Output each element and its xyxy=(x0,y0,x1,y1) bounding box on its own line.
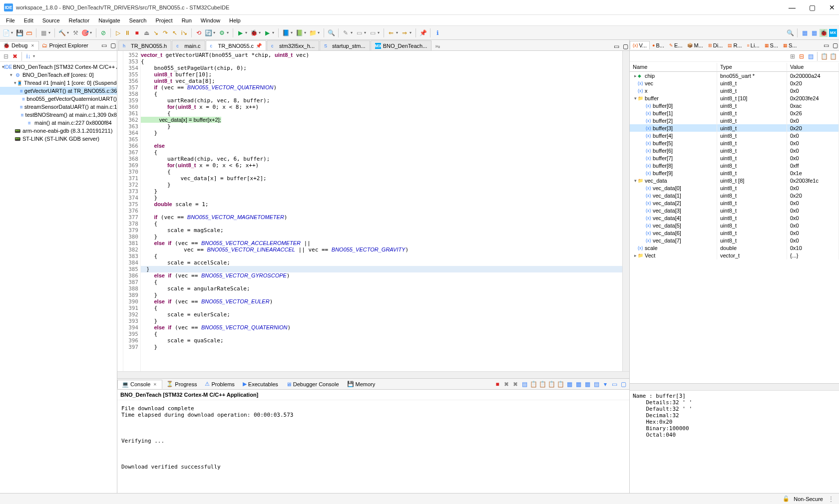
next-annotation-icon[interactable]: ▭ xyxy=(355,29,363,37)
right-tab[interactable]: ▦S... xyxy=(781,41,800,49)
build-icon[interactable]: 🔨 xyxy=(58,29,66,37)
variable-row[interactable]: ▾📁vec_datauint8_t [8]0x2003fe1c xyxy=(630,177,839,184)
variable-row[interactable]: (x)scaledouble0x10 xyxy=(630,244,839,252)
editor-tab[interactable]: cTR_BNO055.c📌 xyxy=(206,40,267,50)
code-editor[interactable]: 352 353 354 355 356 357 358 359 360 361 … xyxy=(117,51,629,371)
variable-row[interactable]: (x)buffer[2]uint8_t0x0 xyxy=(630,117,839,124)
bottom-tab-debugger-console[interactable]: 🖥Debugger Console xyxy=(282,380,343,388)
new-folder-icon[interactable]: 📁 xyxy=(309,29,317,37)
min-right-icon[interactable]: ▭ xyxy=(822,41,830,49)
console-tb-btn[interactable]: 📋 xyxy=(538,380,546,388)
view-menu-icon[interactable]: i↓ xyxy=(24,52,32,60)
xx-icon[interactable]: ⚙ xyxy=(218,29,226,37)
columns-icon[interactable]: ▤ xyxy=(807,52,815,60)
tab-overflow[interactable]: »₂ xyxy=(432,42,443,50)
debug-tree-item[interactable]: ▾IDEBNO_DenTeach [STM32 Cortex-M C/C++ A… xyxy=(0,63,117,71)
variable-row[interactable]: (x)buffer[8]uint8_t0xff xyxy=(630,162,839,169)
marker-bar[interactable] xyxy=(117,51,123,371)
new-cpp-icon[interactable]: 📘 xyxy=(282,29,290,37)
max-editor-icon[interactable]: ▢ xyxy=(621,42,629,50)
menu-run[interactable]: Run xyxy=(178,16,196,24)
back-icon[interactable]: ⇐ xyxy=(387,29,395,37)
menu-edit[interactable]: Edit xyxy=(20,16,37,24)
bottom-tab-memory[interactable]: 💾Memory xyxy=(343,380,380,388)
save-all-icon[interactable]: 🗃 xyxy=(25,29,33,37)
save-icon[interactable]: 💾 xyxy=(15,29,23,37)
debug-tree-item[interactable]: ≡getVectorUART() at TR_BNO055.c:36 xyxy=(0,87,117,95)
debug-perspective-icon[interactable]: 🐞 xyxy=(820,29,828,37)
menu-help[interactable]: Help xyxy=(225,16,245,24)
remove-terminated-icon[interactable]: ✖ xyxy=(11,52,19,60)
pin-editor-icon[interactable]: 📌 xyxy=(419,29,427,37)
terminate-icon[interactable]: ■ xyxy=(133,29,141,37)
switch-icon[interactable]: ▦ xyxy=(39,29,47,37)
variable-row[interactable]: (x)vec_data[4]uint8_t0x0 xyxy=(630,214,839,222)
right-tab[interactable]: ▤R... xyxy=(725,41,744,49)
console-body[interactable]: File download complete Time elapsed duri… xyxy=(117,400,629,493)
debug-tree-item[interactable]: ▾🧵Thread #1 [main] 1 [core: 0] (Suspende xyxy=(0,79,117,87)
variable-row[interactable]: (x)vecuint8_t0x20 xyxy=(630,79,839,87)
suspend-icon[interactable]: ⏸ xyxy=(123,29,131,37)
right-tab[interactable]: ●B... xyxy=(650,41,667,49)
debug-tab[interactable]: 🐞 Debug ✕ xyxy=(0,41,39,50)
min-editor-icon[interactable]: ▭ xyxy=(612,42,620,50)
menu-navigate[interactable]: Navigate xyxy=(94,16,124,24)
right-tab[interactable]: ≡Li... xyxy=(745,41,762,49)
right-tab[interactable]: 📦M... xyxy=(685,41,705,49)
console-tb-btn[interactable]: ✖ xyxy=(511,380,519,388)
prev-annotation-icon[interactable]: ▭ xyxy=(369,29,377,37)
debug-tree-item[interactable]: ≡streamSensorDataUART() at main.c:1 xyxy=(0,103,117,111)
statusbar-menu-icon[interactable]: ⋮ xyxy=(827,495,835,503)
right-tab[interactable]: ▦S... xyxy=(762,41,781,49)
console-tb-btn[interactable]: ✖ xyxy=(502,380,510,388)
close-button[interactable]: ✕ xyxy=(829,4,835,10)
variable-row[interactable]: (x)buffer[9]uint8_t0x1e xyxy=(630,169,839,177)
debug-tree-item[interactable]: ≡testBNOStream() at main.c:1,309 0x8 xyxy=(0,111,117,119)
debug-tree-item[interactable]: ≡bno055_getVectorQuaternionUART() xyxy=(0,95,117,103)
maximize-view-icon[interactable]: ▢ xyxy=(109,41,117,49)
new-expr-icon[interactable]: 📋 xyxy=(829,52,837,60)
console-tb-btn[interactable]: ▦ xyxy=(583,380,591,388)
variable-row[interactable]: (x)buffer[1]uint8_t0x26 xyxy=(630,109,839,117)
editor-tab[interactable]: cstm32l5xx_h... xyxy=(267,40,319,50)
new-icon[interactable]: 📄 xyxy=(2,29,10,37)
step-into-icon[interactable]: ↘ xyxy=(152,29,160,37)
variable-row[interactable]: ▾📁bufferuint8_t [10]0x2003fe24 xyxy=(630,94,839,102)
maximize-button[interactable]: ▢ xyxy=(809,4,815,10)
console-tb-btn[interactable]: 📋 xyxy=(556,380,564,388)
variable-row[interactable]: (x)vec_data[5]uint8_t0x0 xyxy=(630,222,839,229)
console-tb-btn[interactable]: ▾ xyxy=(601,380,609,388)
variables-table[interactable]: Name Type Value ▸◆chipbno055_uart *0x200… xyxy=(630,62,839,383)
debug-tree-item[interactable]: ▾⚙BNO_DenTeach.elf [cores: 0] xyxy=(0,71,117,79)
minimize-button[interactable]: — xyxy=(789,4,795,10)
cpp-perspective-icon[interactable]: ▦ xyxy=(810,29,818,37)
info-icon[interactable]: ℹ xyxy=(433,29,441,37)
new-class-icon[interactable]: 📗 xyxy=(295,29,303,37)
variable-row[interactable]: (x)buffer[5]uint8_t0x0 xyxy=(630,139,839,147)
step-return-icon[interactable]: ↖ xyxy=(171,29,179,37)
bottom-tab-executables[interactable]: ▶Executables xyxy=(239,380,282,388)
menu-source[interactable]: Source xyxy=(38,16,64,24)
debug-icon[interactable]: 🐞 xyxy=(250,29,258,37)
menu-file[interactable]: File xyxy=(2,16,19,24)
target-icon[interactable]: 🎯 xyxy=(81,29,89,37)
menu-window[interactable]: Window xyxy=(197,16,224,24)
variable-row[interactable]: (x)vec_data[0]uint8_t0x0 xyxy=(630,184,839,192)
quick-access-icon[interactable]: 🔍 xyxy=(786,29,794,37)
console-tb-btn[interactable]: 📋 xyxy=(529,380,537,388)
debug-tree[interactable]: ▾IDEBNO_DenTeach [STM32 Cortex-M C/C++ A… xyxy=(0,62,117,493)
debug-tree-item[interactable]: 📟ST-LINK (ST-LINK GDB server) xyxy=(0,135,117,143)
line-gutter[interactable]: 352 353 354 355 356 357 358 359 360 361 … xyxy=(123,51,141,371)
variable-row[interactable]: (x)vec_data[6]uint8_t0x0 xyxy=(630,229,839,237)
console-tb-btn[interactable]: ▢ xyxy=(619,380,627,388)
variable-row[interactable]: ▸◆chipbno055_uart *0x20000a24 xyxy=(630,72,839,79)
resume-icon[interactable]: ▷ xyxy=(114,29,122,37)
bottom-tab-console[interactable]: 💻Console✕ xyxy=(117,380,162,389)
editor-hscrollbar[interactable] xyxy=(117,371,629,378)
open-perspective-icon[interactable]: ▦ xyxy=(801,29,809,37)
new-watch-icon[interactable]: 📋 xyxy=(820,52,828,60)
console-tb-btn[interactable]: ▤ xyxy=(592,380,600,388)
editor-tab[interactable]: hTR_BNO055.h xyxy=(118,40,171,50)
variable-row[interactable]: (x)vec_data[2]uint8_t0x0 xyxy=(630,199,839,207)
minimize-view-icon[interactable]: ▭ xyxy=(100,41,108,49)
